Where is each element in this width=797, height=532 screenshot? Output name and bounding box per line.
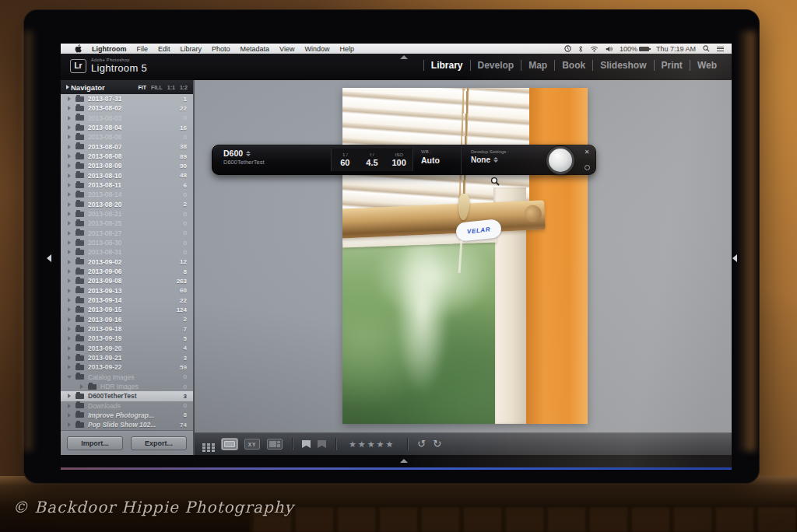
disclosure-triangle-icon[interactable] bbox=[68, 355, 71, 360]
folder-row[interactable]: 2013-09-14 22 bbox=[61, 296, 193, 305]
disclosure-triangle-icon[interactable] bbox=[68, 106, 71, 110]
folder-row[interactable]: 2013-09-02 12 bbox=[61, 257, 193, 267]
folder-row[interactable]: D600TetherTest 3 bbox=[61, 391, 193, 401]
disclosure-triangle-icon[interactable] bbox=[68, 221, 71, 226]
disclosure-triangle-icon[interactable] bbox=[68, 96, 71, 101]
disclosure-triangle-icon[interactable] bbox=[68, 346, 71, 351]
module-tab[interactable]: Library bbox=[423, 60, 470, 71]
zoom-level-option[interactable]: FIT bbox=[138, 85, 146, 90]
folder-row[interactable]: 2013-08-11 6 bbox=[61, 180, 193, 190]
disclosure-triangle-icon[interactable] bbox=[68, 202, 71, 207]
camera-selector[interactable]: D600 bbox=[223, 149, 331, 158]
folder-row[interactable]: 2013-08-30 0 bbox=[61, 238, 193, 247]
folder-row[interactable]: Pop Slide Show 102... 74 bbox=[61, 420, 193, 429]
folder-row[interactable]: Catalog Images 0 bbox=[61, 373, 193, 382]
disclosure-triangle-icon[interactable] bbox=[68, 163, 71, 168]
module-tab[interactable]: Web bbox=[690, 60, 724, 71]
reject-flag-icon[interactable] bbox=[318, 440, 326, 448]
disclosure-triangle-icon[interactable] bbox=[68, 269, 71, 274]
navigator-header[interactable]: Navigator FITFILL1:11:2 bbox=[61, 80, 193, 94]
wifi-icon[interactable] bbox=[590, 46, 599, 52]
module-tab[interactable]: Develop bbox=[470, 60, 521, 71]
folder-row[interactable]: 2013-09-15 124 bbox=[61, 305, 193, 314]
disclosure-triangle-icon[interactable] bbox=[67, 376, 72, 379]
disclosure-triangle-icon[interactable] bbox=[68, 260, 71, 264]
folder-row[interactable]: 2013-08-06 0 bbox=[61, 132, 193, 142]
disclosure-triangle-icon[interactable] bbox=[68, 317, 71, 322]
module-tab[interactable]: Slideshow bbox=[592, 60, 653, 71]
disclosure-triangle-icon[interactable] bbox=[68, 250, 71, 254]
menu-item[interactable]: Library bbox=[181, 45, 202, 53]
folder-row[interactable]: 2013-07-31 1 bbox=[61, 94, 193, 103]
folder-row[interactable]: 2013-08-31 0 bbox=[61, 247, 193, 257]
folder-row[interactable]: 2013-08-03 0 bbox=[61, 114, 193, 123]
disclosure-triangle-icon[interactable] bbox=[68, 116, 71, 121]
menu-item[interactable]: Window bbox=[304, 45, 329, 53]
filmstrip-expand-arrow[interactable] bbox=[400, 459, 408, 463]
disclosure-triangle-icon[interactable] bbox=[68, 125, 71, 130]
module-tab[interactable]: Book bbox=[554, 60, 592, 71]
notification-center-icon[interactable] bbox=[717, 45, 724, 52]
left-panel-collapse-arrow[interactable] bbox=[47, 254, 51, 262]
time-machine-icon[interactable] bbox=[564, 45, 571, 52]
folder-row[interactable]: 2013-08-21 0 bbox=[61, 209, 193, 219]
folder-row[interactable]: 2013-08-02 22 bbox=[61, 103, 193, 113]
folder-row[interactable]: 2013-08-27 0 bbox=[61, 229, 193, 238]
bluetooth-icon[interactable] bbox=[578, 45, 583, 53]
disclosure-triangle-icon[interactable] bbox=[68, 192, 71, 197]
folder-row[interactable]: 2013-09-18 7 bbox=[61, 324, 193, 334]
folder-row[interactable]: 2013-08-25 0 bbox=[61, 219, 193, 228]
grid-view-icon[interactable] bbox=[202, 443, 205, 446]
survey-view-icon[interactable] bbox=[267, 439, 283, 450]
menu-clock[interactable]: Thu 7:19 AM bbox=[656, 45, 696, 53]
disclosure-triangle-icon[interactable] bbox=[68, 231, 71, 236]
disclosure-triangle-icon[interactable] bbox=[68, 278, 71, 283]
filmstrip-collapsed-panel[interactable] bbox=[61, 455, 732, 467]
disclosure-triangle-icon[interactable] bbox=[68, 336, 71, 341]
menu-item[interactable]: Help bbox=[339, 45, 354, 53]
folder-row[interactable]: 2013-09-22 59 bbox=[61, 362, 193, 372]
white-balance[interactable]: WB : Auto bbox=[413, 145, 462, 174]
module-tab[interactable]: Map bbox=[521, 60, 554, 71]
folder-row[interactable]: 2013-09-19 5 bbox=[61, 334, 193, 343]
navigator-disclosure-icon[interactable] bbox=[66, 85, 69, 89]
folder-row[interactable]: 2013-09-13 60 bbox=[61, 286, 193, 296]
export-button[interactable]: Export... bbox=[131, 436, 187, 450]
disclosure-triangle-icon[interactable] bbox=[68, 404, 71, 408]
zoom-level-option[interactable]: 1:1 bbox=[167, 85, 175, 90]
folder-row[interactable]: 2013-09-16 2 bbox=[61, 315, 193, 324]
folder-row[interactable]: HDR Images 0 bbox=[61, 382, 193, 391]
disclosure-triangle-icon[interactable] bbox=[68, 173, 71, 178]
disclosure-triangle-icon[interactable] bbox=[80, 384, 83, 389]
disclosure-triangle-icon[interactable] bbox=[68, 145, 71, 149]
folder-row[interactable]: 2013-08-20 2 bbox=[61, 200, 193, 209]
module-tab[interactable]: Print bbox=[654, 60, 690, 71]
menu-item[interactable]: Lightroom bbox=[92, 45, 127, 53]
right-panel-expand-arrow[interactable] bbox=[732, 254, 737, 262]
disclosure-triangle-icon[interactable] bbox=[68, 240, 71, 245]
menu-item[interactable]: View bbox=[279, 45, 294, 53]
zoom-level-option[interactable]: FILL bbox=[151, 85, 163, 90]
disclosure-triangle-icon[interactable] bbox=[68, 154, 71, 159]
battery-indicator[interactable]: 100% bbox=[620, 45, 649, 53]
disclosure-triangle-icon[interactable] bbox=[68, 298, 71, 303]
zoom-level-option[interactable]: 1:2 bbox=[180, 85, 188, 90]
folder-row[interactable]: 2013-08-07 38 bbox=[61, 142, 193, 152]
folder-row[interactable]: 2013-09-06 8 bbox=[61, 267, 193, 276]
tether-settings-icon[interactable] bbox=[585, 165, 590, 170]
top-panel-collapse-arrow[interactable] bbox=[400, 55, 408, 59]
folder-row[interactable]: Improve Photograp... 8 bbox=[61, 411, 193, 420]
menu-item[interactable]: File bbox=[137, 45, 149, 53]
folder-row[interactable]: 2013-08-09 90 bbox=[61, 161, 193, 170]
disclosure-triangle-icon[interactable] bbox=[68, 212, 71, 216]
disclosure-triangle-icon[interactable] bbox=[68, 422, 71, 427]
star-rating[interactable]: ★★★★★ bbox=[349, 439, 395, 450]
disclosure-triangle-icon[interactable] bbox=[68, 289, 71, 293]
rotate-right-icon[interactable]: ↻ bbox=[433, 439, 441, 450]
compare-view-icon[interactable]: XY bbox=[244, 439, 260, 450]
spotlight-icon[interactable] bbox=[703, 45, 710, 52]
develop-settings-selector[interactable]: None bbox=[471, 156, 542, 164]
menu-item[interactable]: Photo bbox=[212, 45, 230, 53]
folder-row[interactable]: Downloads 0 bbox=[61, 401, 193, 411]
disclosure-triangle-icon[interactable] bbox=[68, 183, 71, 187]
